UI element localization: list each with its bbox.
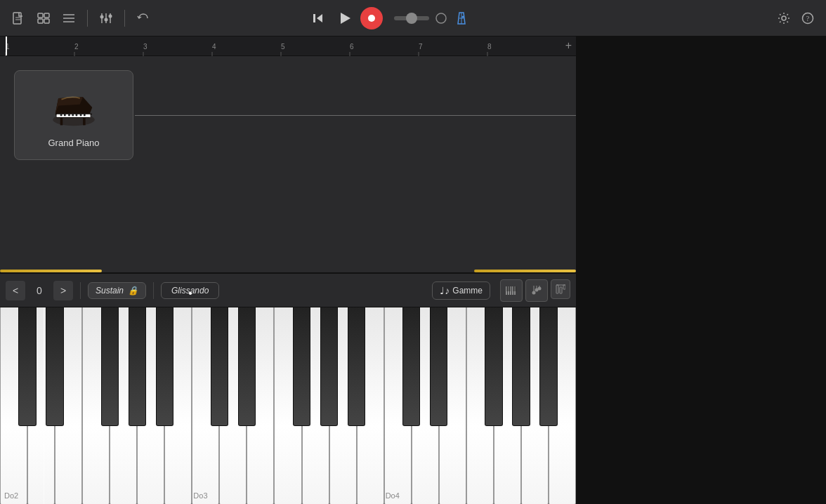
record-button[interactable] (360, 7, 383, 29)
help-icon[interactable]: ? (798, 8, 818, 28)
svg-point-13 (100, 15, 104, 18)
playhead (6, 37, 7, 55)
svg-marker-18 (341, 13, 350, 24)
svg-rect-48 (60, 113, 63, 116)
gamme-button[interactable]: ♩♪ Gamme (432, 281, 490, 300)
black-key-2-3[interactable] (485, 307, 502, 426)
black-key-1-0[interactable] (211, 307, 228, 426)
file-icon[interactable] (8, 8, 28, 28)
svg-rect-5 (38, 19, 43, 23)
svg-point-25 (782, 16, 786, 20)
chord-mode-button[interactable] (525, 279, 548, 302)
svg-text:6: 6 (350, 43, 354, 51)
volume-slider[interactable] (394, 16, 429, 20)
main-row: 1 2 3 4 5 6 7 8 + (0, 37, 826, 504)
svg-text:?: ? (806, 15, 810, 22)
svg-rect-70 (556, 285, 558, 293)
right-panel (576, 37, 826, 504)
transport-controls (307, 7, 471, 29)
svg-point-15 (109, 14, 112, 18)
mixer-icon[interactable] (96, 8, 116, 28)
black-key-0-0[interactable] (18, 307, 36, 426)
toolbar: ? (0, 0, 826, 37)
svg-rect-63 (516, 286, 517, 291)
black-key-2-1[interactable] (430, 307, 447, 426)
toolbar-separator-1 (87, 10, 88, 27)
control-separator-2 (153, 282, 154, 299)
undo-icon[interactable] (133, 8, 153, 28)
octave-next-button[interactable]: > (53, 281, 73, 300)
black-key-1-3[interactable] (293, 307, 310, 426)
add-measure-button[interactable]: + (565, 39, 572, 52)
svg-rect-52 (76, 113, 78, 116)
view-icon[interactable] (34, 8, 53, 28)
toolbar-separator-2 (124, 10, 125, 27)
svg-rect-45 (60, 117, 63, 125)
black-key-1-4[interactable] (320, 307, 338, 426)
black-key-0-5[interactable] (156, 307, 173, 426)
svg-rect-50 (68, 113, 70, 116)
glissando-dot (189, 292, 192, 295)
svg-rect-46 (83, 117, 86, 125)
black-key-0-3[interactable] (101, 307, 119, 426)
do4-label: Do4 (386, 491, 400, 500)
svg-rect-72 (563, 285, 565, 289)
svg-rect-61 (509, 286, 511, 291)
rewind-button[interactable] (307, 7, 329, 29)
right-toolbar-icons: ? (774, 8, 818, 28)
metronome-icon[interactable] (452, 8, 471, 28)
keyboard-playhead (44, 307, 44, 504)
black-key-2-0[interactable] (402, 307, 420, 426)
black-key-0-1[interactable] (46, 307, 63, 426)
svg-text:8: 8 (487, 43, 492, 51)
left-panel: 1 2 3 4 5 6 7 8 + (0, 37, 576, 504)
clip-name-label: Grand Piano (48, 138, 100, 148)
keyboard-mode-group (500, 279, 570, 302)
svg-rect-4 (44, 13, 49, 18)
svg-point-20 (436, 13, 446, 23)
list-icon[interactable] (59, 8, 79, 28)
keyboard-section: < 0 > Sustain 🔒 Glissando (0, 272, 576, 504)
svg-rect-53 (80, 113, 82, 116)
progress-bar-right (474, 270, 576, 272)
black-key-1-1[interactable] (238, 307, 256, 426)
keyboard-controls-bar: < 0 > Sustain 🔒 Glissando (0, 274, 576, 307)
octave-prev-button[interactable]: < (6, 281, 25, 300)
black-key-2-4[interactable] (512, 307, 530, 426)
piano-mode-button[interactable] (500, 279, 523, 302)
timeline-ruler[interactable]: 1 2 3 4 5 6 7 8 + (0, 37, 576, 56)
svg-point-24 (462, 15, 464, 18)
track-area: Grand Piano (0, 56, 576, 272)
ruler-right-spacer (576, 37, 826, 56)
black-key-0-4[interactable] (129, 307, 146, 426)
sustain-button[interactable]: Sustain 🔒 (88, 282, 146, 299)
octave-number: 0 (29, 285, 49, 296)
svg-rect-62 (513, 286, 515, 291)
svg-text:5: 5 (281, 43, 285, 51)
grand-piano-clip[interactable]: Grand Piano (14, 70, 133, 160)
svg-rect-0 (13, 13, 21, 24)
glissando-button[interactable]: Glissando (161, 282, 219, 299)
svg-rect-6 (44, 19, 49, 23)
svg-rect-49 (64, 113, 66, 116)
svg-rect-17 (313, 14, 315, 22)
black-key-1-5[interactable] (348, 307, 365, 426)
svg-text:4: 4 (212, 43, 216, 51)
play-button[interactable] (334, 7, 356, 29)
svg-text:2: 2 (74, 43, 79, 51)
svg-rect-51 (72, 113, 74, 116)
notes-icon: ♩♪ (440, 285, 450, 296)
svg-rect-54 (84, 113, 86, 116)
svg-rect-60 (507, 286, 509, 291)
black-key-2-5[interactable] (539, 307, 557, 426)
svg-marker-16 (317, 14, 322, 22)
svg-point-14 (105, 18, 108, 21)
progress-bars (0, 270, 576, 272)
keyboard-settings-button[interactable] (551, 279, 570, 299)
svg-rect-71 (560, 287, 562, 293)
do2-label: Do2 (4, 491, 18, 500)
settings-icon[interactable] (774, 8, 794, 28)
grand-piano-icon (49, 83, 98, 132)
svg-rect-3 (38, 13, 43, 18)
control-separator-1 (80, 282, 81, 299)
